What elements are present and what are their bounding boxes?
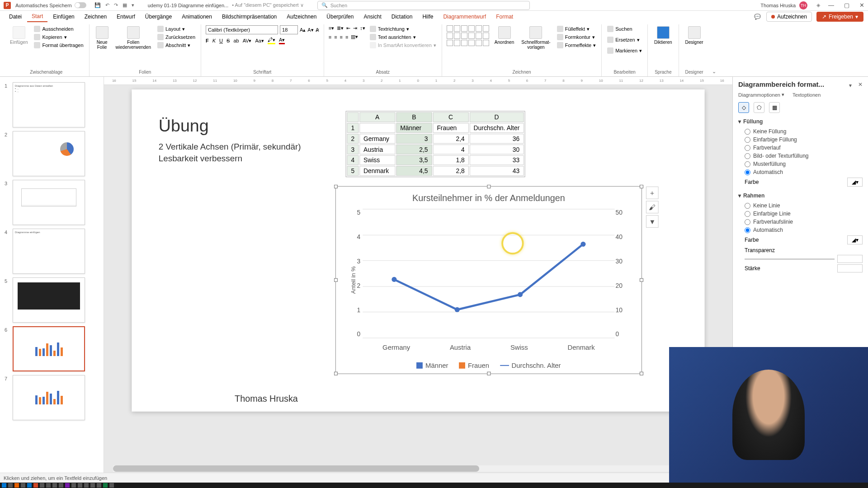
- chart-plot-area[interactable]: [363, 209, 614, 338]
- justify-icon[interactable]: ≡: [345, 34, 348, 40]
- menu-zeichnen[interactable]: Zeichnen: [80, 12, 111, 22]
- cut-button[interactable]: Ausschneiden: [33, 25, 84, 33]
- border-solid[interactable]: Einfarbige Linie: [738, 210, 863, 218]
- layout-button[interactable]: Layout ▾: [156, 25, 196, 33]
- clear-format-icon[interactable]: A̷: [316, 27, 319, 33]
- transparency-input[interactable]: [837, 255, 863, 263]
- text-align-button[interactable]: Text ausrichten ▾: [369, 33, 437, 41]
- comments-icon[interactable]: 💬: [754, 14, 761, 20]
- font-family-select[interactable]: [206, 25, 278, 34]
- bullets-icon[interactable]: ≡▾: [329, 25, 334, 31]
- outlook-icon[interactable]: [27, 483, 32, 488]
- menu-aufzeichnen[interactable]: Aufzeichnen: [282, 12, 321, 22]
- increase-font-icon[interactable]: A▴: [300, 27, 306, 33]
- menu-animationen[interactable]: Animationen: [177, 12, 217, 22]
- start-icon[interactable]: [2, 483, 6, 488]
- find-button[interactable]: Suchen: [606, 25, 633, 33]
- shape-effects-button[interactable]: Formeffekte ▾: [556, 42, 597, 49]
- user-account[interactable]: Thomas Hruska TH: [760, 1, 807, 9]
- fill-picture[interactable]: Bild- oder Texturfüllung: [738, 152, 863, 160]
- arrange-button[interactable]: Anordnen: [493, 25, 516, 46]
- bold-button[interactable]: F: [206, 38, 209, 43]
- border-none[interactable]: Keine Linie: [738, 202, 863, 210]
- fill-solid[interactable]: Einfarbige Füllung: [738, 136, 863, 144]
- app-icon[interactable]: [59, 483, 63, 488]
- font-size-select[interactable]: [280, 25, 298, 34]
- new-slide-button[interactable]: Neue Folie: [94, 25, 110, 51]
- highlight-button[interactable]: 🖍▾: [268, 37, 275, 44]
- windows-taskbar[interactable]: [0, 483, 868, 488]
- menu-praesentation[interactable]: Bildschirmpräsentation: [217, 12, 281, 22]
- fill-line-tab-icon[interactable]: ◇: [738, 102, 749, 113]
- border-auto[interactable]: Automatisch: [738, 226, 863, 234]
- app-icon[interactable]: [71, 483, 76, 488]
- format-painter-button[interactable]: Format übertragen: [33, 42, 84, 49]
- app-icon[interactable]: [46, 483, 51, 488]
- explorer-icon[interactable]: [8, 483, 13, 488]
- app-icon[interactable]: [90, 483, 95, 488]
- tab-diagrammoptionen[interactable]: Diagrammoptionen ▾: [738, 92, 784, 98]
- excel-icon[interactable]: [103, 483, 108, 488]
- search-input[interactable]: 🔍 Suchen: [317, 1, 530, 10]
- diamond-icon[interactable]: ◈: [816, 2, 820, 8]
- text-direction-button[interactable]: Textrichtung ▾: [369, 25, 437, 33]
- minimize-icon[interactable]: —: [828, 2, 834, 9]
- menu-start[interactable]: Start: [27, 11, 47, 22]
- border-section-header[interactable]: ▾ Rahmen: [738, 192, 863, 199]
- fill-gradient[interactable]: Farbverlauf: [738, 144, 863, 152]
- menu-ueberpruefen[interactable]: Überprüfen: [322, 12, 358, 22]
- thumb-6[interactable]: [13, 326, 85, 371]
- app-icon[interactable]: [97, 483, 101, 488]
- border-gradient[interactable]: Farbverlaufslinie: [738, 218, 863, 226]
- section-button[interactable]: Abschnitt ▾: [156, 42, 196, 49]
- menu-diagrammentwurf[interactable]: Diagrammentwurf: [439, 12, 491, 22]
- shape-outline-button[interactable]: Formkontur ▾: [556, 33, 597, 41]
- effects-tab-icon[interactable]: ⬠: [754, 102, 764, 113]
- menu-ansicht[interactable]: Ansicht: [359, 12, 386, 22]
- menu-einfuegen[interactable]: Einfügen: [48, 12, 79, 22]
- chrome-icon[interactable]: [21, 483, 25, 488]
- close-icon[interactable]: ✕: [859, 2, 864, 9]
- chart-elements-button[interactable]: ＋: [646, 187, 659, 199]
- line-spacing-icon[interactable]: ↕▾: [360, 25, 365, 31]
- border-width-input[interactable]: [837, 264, 863, 272]
- autosave-toggle[interactable]: Automatisches Speichern: [15, 2, 86, 8]
- indent-icon[interactable]: ⇥: [353, 25, 357, 31]
- font-color-button[interactable]: A▾: [279, 37, 285, 44]
- share-button[interactable]: ↗ Freigeben ▾: [816, 12, 863, 22]
- menu-datei[interactable]: Datei: [5, 12, 26, 22]
- underline-button[interactable]: U: [219, 38, 223, 43]
- columns-icon[interactable]: ▥▾: [351, 34, 358, 40]
- maximize-icon[interactable]: ▢: [844, 2, 849, 9]
- size-tab-icon[interactable]: ▦: [769, 102, 780, 113]
- collapse-ribbon-icon[interactable]: ⌄: [710, 24, 719, 76]
- horizontal-scrollbar[interactable]: [113, 465, 723, 472]
- slide-author[interactable]: Thomas Hruska: [235, 394, 298, 404]
- case-button[interactable]: Aa▾: [255, 38, 264, 44]
- paste-button[interactable]: Einfügen: [8, 25, 29, 46]
- chart-object[interactable]: Kursteilnehmer in % der Anmeldungen Ante…: [335, 186, 642, 374]
- app-icon[interactable]: [52, 483, 57, 488]
- close-pane-icon[interactable]: ✕: [858, 81, 863, 88]
- fill-none[interactable]: Keine Füllung: [738, 127, 863, 136]
- chart-filters-button[interactable]: ▼: [646, 215, 659, 228]
- saved-status[interactable]: • Auf "diesem PC" gespeichert ∨: [232, 2, 303, 8]
- tab-textoptionen[interactable]: Textoptionen: [793, 92, 821, 98]
- select-button[interactable]: Markieren ▾: [606, 47, 643, 54]
- menu-dictation[interactable]: Dictation: [387, 12, 417, 22]
- thumb-1[interactable]: Diagramme aus Daten erstellen• ...• ...: [13, 82, 85, 127]
- toggle-icon[interactable]: [75, 2, 86, 8]
- shape-fill-button[interactable]: Fülleffekt ▾: [556, 25, 597, 33]
- italic-button[interactable]: K: [212, 38, 216, 43]
- app-icon[interactable]: [84, 483, 89, 488]
- outdent-icon[interactable]: ⇤: [346, 25, 350, 31]
- align-right-icon[interactable]: ≡: [340, 34, 343, 40]
- thumb-2[interactable]: [13, 131, 85, 176]
- menu-uebergaenge[interactable]: Übergänge: [141, 12, 176, 22]
- shadow-button[interactable]: ab: [233, 38, 239, 43]
- numbering-icon[interactable]: ≣▾: [337, 25, 344, 31]
- filename[interactable]: udemy 01-19 Diagramme einfügen...: [148, 3, 229, 8]
- fill-pattern[interactable]: Musterfüllung: [738, 160, 863, 168]
- fill-auto[interactable]: Automatisch: [738, 168, 863, 176]
- border-color-button[interactable]: ◢▾: [847, 235, 863, 244]
